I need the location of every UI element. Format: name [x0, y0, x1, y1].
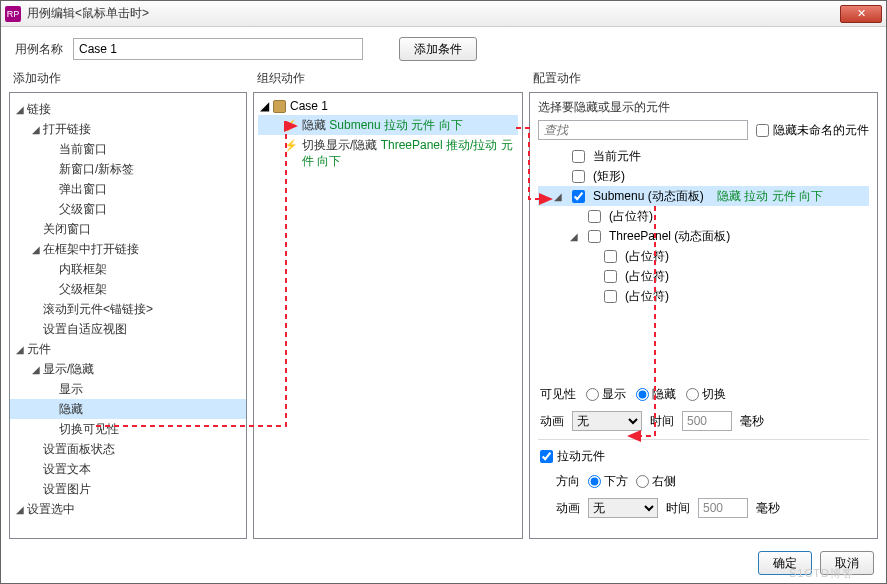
hide-unnamed-checkbox[interactable]: 隐藏未命名的元件 — [756, 122, 869, 139]
wi-rect[interactable]: (矩形) — [538, 166, 869, 186]
radio-right[interactable]: 右侧 — [636, 473, 676, 490]
bolt-icon: ⚡ — [284, 117, 298, 133]
widget-list: 当前元件 (矩形) ◢Submenu (动态面板) 隐藏 拉动 元件 向下 (占… — [530, 146, 877, 306]
add-action-header: 添加动作 — [9, 67, 247, 92]
dialog-title: 用例编辑<鼠标单击时> — [27, 5, 840, 22]
anim-select[interactable]: 无 — [572, 411, 642, 431]
folder-icon — [273, 100, 286, 113]
org-action-toggle[interactable]: ⚡ 切换显示/隐藏 ThreePanel 推动/拉动 元件 向下 — [258, 135, 518, 171]
configure-header: 配置动作 — [529, 67, 878, 92]
wi-ph2[interactable]: (占位符) — [538, 246, 869, 266]
add-condition-button[interactable]: 添加条件 — [399, 37, 477, 61]
pull-anim-row: 动画 无 时间 毫秒 — [530, 494, 877, 522]
watermark: S1CTD博客 — [789, 566, 854, 581]
radio-show[interactable]: 显示 — [586, 386, 626, 403]
tree-widgets[interactable]: ◢元件 — [10, 339, 246, 359]
tree-close-window[interactable]: 关闭窗口 — [10, 219, 246, 239]
tree-show-hide[interactable]: ◢显示/隐藏 — [10, 359, 246, 379]
titlebar: RP 用例编辑<鼠标单击时> ✕ — [1, 1, 886, 27]
wi-submenu[interactable]: ◢Submenu (动态面板) 隐藏 拉动 元件 向下 — [538, 186, 869, 206]
wi-ph3[interactable]: (占位符) — [538, 266, 869, 286]
pull-time-input[interactable] — [698, 498, 748, 518]
tree-scroll-to[interactable]: 滚动到元件<锚链接> — [10, 299, 246, 319]
tree-set-text[interactable]: 设置文本 — [10, 459, 246, 479]
case-editor-dialog: RP 用例编辑<鼠标单击时> ✕ 用例名称 添加条件 添加动作 ◢链接 ◢打开链… — [0, 0, 887, 584]
anim-time-input[interactable] — [682, 411, 732, 431]
tree-inline-frame[interactable]: 内联框架 — [10, 259, 246, 279]
visibility-options: 可见性 显示 隐藏 切换 — [530, 378, 877, 407]
org-action-hide[interactable]: ⚡ 隐藏 Submenu 拉动 元件 向下 — [258, 115, 518, 135]
case-name-label: 用例名称 — [15, 41, 63, 58]
tree-open-link[interactable]: ◢打开链接 — [10, 119, 246, 139]
tree-current-window[interactable]: 当前窗口 — [10, 139, 246, 159]
case-name-input[interactable] — [73, 38, 363, 60]
direction-row: 方向 下方 右侧 — [530, 469, 877, 494]
tree-toggle-vis[interactable]: 切换可见性 — [10, 419, 246, 439]
animation-row: 动画 无 时间 毫秒 — [530, 407, 877, 435]
tree-open-in-frame[interactable]: ◢在框架中打开链接 — [10, 239, 246, 259]
organize-header: 组织动作 — [253, 67, 523, 92]
search-input[interactable] — [538, 120, 748, 140]
pull-checkbox[interactable]: 拉动元件 — [540, 448, 605, 465]
action-tree: ◢链接 ◢打开链接 当前窗口 新窗口/新标签 弹出窗口 父级窗口 关闭窗口 ◢在… — [10, 93, 246, 525]
tree-set-selected[interactable]: ◢设置选中 — [10, 499, 246, 519]
tree-show[interactable]: 显示 — [10, 379, 246, 399]
configure-column: 配置动作 选择要隐藏或显示的元件 隐藏未命名的元件 当前元件 (矩形) ◢Sub… — [529, 67, 878, 539]
wi-threepanel[interactable]: ◢ThreePanel (动态面板) — [538, 226, 869, 246]
tree-hide[interactable]: 隐藏 — [10, 399, 246, 419]
radio-toggle[interactable]: 切换 — [686, 386, 726, 403]
org-case[interactable]: ◢ Case 1 — [258, 97, 518, 115]
radio-hide[interactable]: 隐藏 — [636, 386, 676, 403]
tree-popup-window[interactable]: 弹出窗口 — [10, 179, 246, 199]
app-icon: RP — [5, 6, 21, 22]
wi-current[interactable]: 当前元件 — [538, 146, 869, 166]
tree-parent-frame[interactable]: 父级框架 — [10, 279, 246, 299]
cfg-subheader: 选择要隐藏或显示的元件 — [530, 93, 877, 120]
tree-new-window[interactable]: 新窗口/新标签 — [10, 159, 246, 179]
organize-column: 组织动作 ◢ Case 1 ⚡ 隐藏 Submenu 拉动 元件 向下 ⚡ 切换… — [253, 67, 523, 539]
close-button[interactable]: ✕ — [840, 5, 882, 23]
bolt-icon: ⚡ — [284, 137, 298, 153]
tree-links[interactable]: ◢链接 — [10, 99, 246, 119]
pull-anim-select[interactable]: 无 — [588, 498, 658, 518]
tree-parent-window[interactable]: 父级窗口 — [10, 199, 246, 219]
wi-ph1[interactable]: (占位符) — [538, 206, 869, 226]
wi-ph4[interactable]: (占位符) — [538, 286, 869, 306]
tree-adaptive-view[interactable]: 设置自适应视图 — [10, 319, 246, 339]
case-name-row: 用例名称 添加条件 — [1, 27, 886, 67]
tree-panel-state[interactable]: 设置面板状态 — [10, 439, 246, 459]
tree-set-image[interactable]: 设置图片 — [10, 479, 246, 499]
add-action-column: 添加动作 ◢链接 ◢打开链接 当前窗口 新窗口/新标签 弹出窗口 父级窗口 关闭… — [9, 67, 247, 539]
radio-down[interactable]: 下方 — [588, 473, 628, 490]
